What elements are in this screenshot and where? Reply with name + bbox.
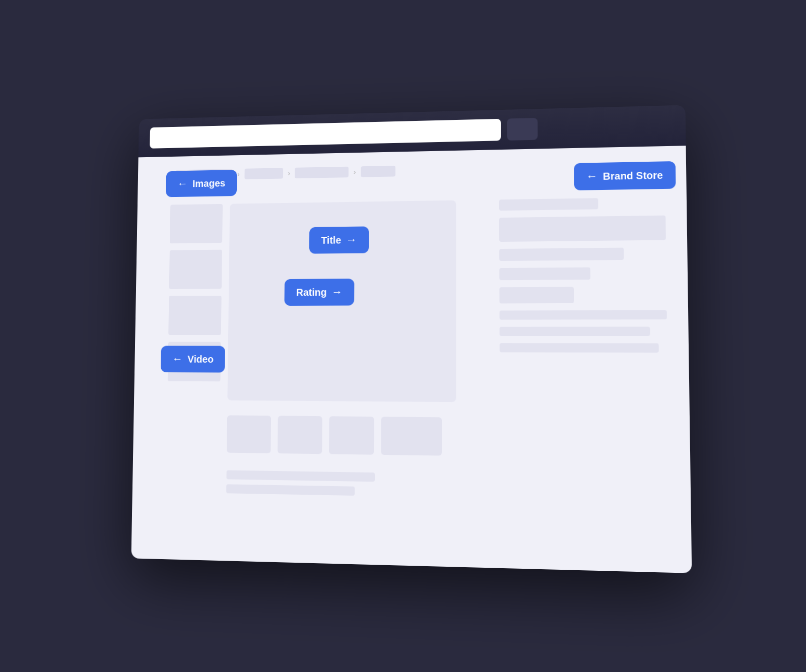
thumb-1 xyxy=(170,204,223,243)
video-button-label: Video xyxy=(187,354,214,365)
bottom-text-area xyxy=(226,470,375,496)
rating-right-arrow-icon: → xyxy=(331,286,343,299)
bottom-thumb-2 xyxy=(278,416,322,454)
description-line-2 xyxy=(500,327,650,336)
description-line-1 xyxy=(499,310,666,320)
price-skeleton xyxy=(499,287,574,303)
video-left-arrow-icon: ← xyxy=(172,353,183,365)
rating-button-label: Rating xyxy=(296,287,327,298)
title-button-label: Title xyxy=(321,234,341,246)
browser-content: › › › xyxy=(131,146,692,573)
title-right-arrow-icon: → xyxy=(346,233,357,246)
rating-annotation-button[interactable]: Rating → xyxy=(284,279,354,306)
thumb-2 xyxy=(169,250,222,289)
video-annotation-button[interactable]: ← Video xyxy=(161,346,225,372)
browser-window: › › › xyxy=(131,105,692,573)
rating-skeleton xyxy=(499,267,590,280)
bottom-line-2 xyxy=(226,484,355,496)
images-annotation-button[interactable]: ← Images xyxy=(166,170,237,197)
product-info-column xyxy=(499,197,667,353)
bottom-thumb-4 xyxy=(381,417,442,455)
brand-link xyxy=(499,198,598,211)
search-bar[interactable] xyxy=(150,119,501,149)
bottom-thumb-3 xyxy=(329,416,374,454)
product-subtitle-skeleton xyxy=(499,248,624,261)
page-overlay: ← Images ← Brand Store Title → Rating → … xyxy=(131,146,692,573)
brand-store-button-label: Brand Store xyxy=(603,169,663,182)
thumb-3 xyxy=(168,296,222,335)
bottom-line-1 xyxy=(226,470,375,482)
header-button[interactable] xyxy=(507,118,538,141)
images-button-label: Images xyxy=(192,177,225,189)
bottom-thumb-1 xyxy=(227,415,271,453)
description-line-3 xyxy=(500,343,659,353)
brand-store-left-arrow-icon: ← xyxy=(586,170,598,183)
product-title-skeleton xyxy=(499,216,666,242)
title-annotation-button[interactable]: Title → xyxy=(309,226,369,253)
brand-store-annotation-button[interactable]: ← Brand Store xyxy=(574,161,676,190)
left-arrow-icon: ← xyxy=(177,177,188,190)
bottom-thumbnails xyxy=(227,415,442,455)
